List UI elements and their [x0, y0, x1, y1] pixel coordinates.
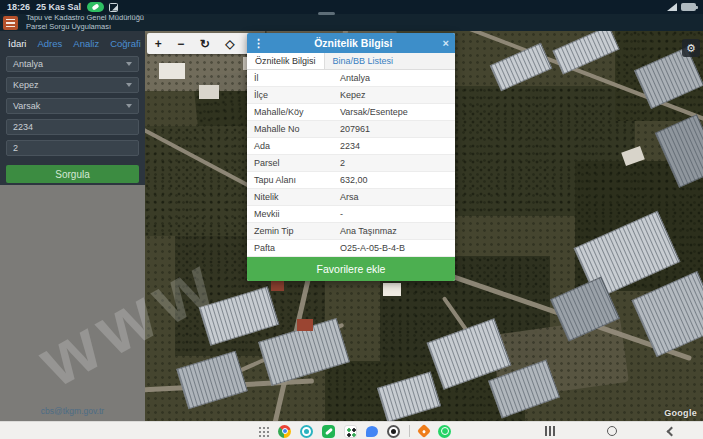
map-red-roof-building [297, 319, 313, 331]
battery-icon [681, 3, 696, 11]
screen: 18:26 25 Kas Sal Tapu ve Kadastro Genel … [0, 0, 703, 439]
divider [409, 425, 410, 437]
camera-icon[interactable] [387, 425, 400, 438]
attribute-label: Pafta [254, 243, 340, 253]
phone-icon[interactable] [322, 425, 335, 438]
diamond-app-icon[interactable] [417, 424, 431, 438]
recents-button[interactable] [545, 426, 555, 436]
dialog-header: ⋮ Öznitelik Bilgisi × [247, 33, 455, 53]
attribute-value: Arsa [340, 192, 448, 202]
browser-icon[interactable] [300, 425, 313, 438]
app-header: Tapu ve Kadastro Genel Müdürlüğü Parsel … [0, 14, 703, 31]
contact-email-link[interactable]: cbs@tkgm.gov.tr [0, 406, 145, 416]
query-form: İdariAdresAnalizCoğrafi Antalya Kepez Va… [0, 31, 145, 185]
add-to-favorites-button[interactable]: Favorilere ekle [247, 257, 455, 281]
attribute-value: Ana Taşınmaz [340, 226, 448, 236]
notch-indicator [318, 12, 335, 15]
chevron-down-icon [126, 104, 132, 108]
table-row: Mahalle No 207961 [247, 121, 455, 138]
attribute-value: 2 [340, 158, 448, 168]
chevron-down-icon [126, 62, 132, 66]
tab-analiz[interactable]: Analiz [73, 38, 99, 49]
attribute-label: Nitelik [254, 192, 340, 202]
map-orchard [445, 86, 635, 216]
chevron-down-icon [126, 83, 132, 87]
ada-input[interactable] [13, 122, 132, 132]
table-row: Zemin Tip Ana Taşınmaz [247, 223, 455, 240]
attribute-label: Mahalle No [254, 124, 340, 134]
map-greenhouse [176, 351, 248, 409]
menu-icon[interactable] [3, 16, 18, 30]
attribute-value: 207961 [340, 124, 448, 134]
google-watermark: Google [664, 408, 697, 418]
tab-idari[interactable]: İdari [8, 38, 26, 49]
wifi-icon [667, 3, 677, 11]
whatsapp-icon[interactable] [438, 425, 451, 438]
attribute-label: Tapu Alanı [254, 175, 340, 185]
neighborhood-value: Varsak [13, 101, 40, 111]
attribute-label: İl [254, 73, 340, 83]
status-bar: 18:26 25 Kas Sal [0, 0, 703, 14]
date: 25 Kas Sal [36, 2, 81, 12]
attribute-value: O25-A-05-B-4-B [340, 243, 448, 253]
table-row: Mahalle/Köy Varsak/Esentepe [247, 104, 455, 121]
clock: 18:26 [7, 2, 30, 12]
attribute-value: Kepez [340, 90, 448, 100]
table-row: Tapu Alanı 632,00 [247, 172, 455, 189]
chrome-icon[interactable] [278, 425, 291, 438]
neighborhood-select[interactable]: Varsak [6, 98, 139, 114]
home-button[interactable] [607, 426, 617, 436]
extent-icon[interactable]: ◇ [225, 38, 234, 50]
ada-field-wrap [6, 119, 139, 135]
android-nav [545, 422, 675, 439]
main-area: İdariAdresAnalizCoğrafi Antalya Kepez Va… [0, 31, 703, 421]
query-tabs: İdariAdresAnalizCoğrafi [6, 31, 139, 56]
table-row: Pafta O25-A-05-B-4-B [247, 240, 455, 257]
table-row: İl Antalya [247, 70, 455, 87]
table-row: Parsel 2 [247, 155, 455, 172]
map-greenhouse [655, 114, 703, 188]
attribute-label: İlçe [254, 90, 340, 100]
query-sidebar: İdariAdresAnalizCoğrafi Antalya Kepez Va… [0, 31, 145, 421]
zoom-out-icon[interactable]: − [177, 38, 184, 50]
status-right [667, 3, 696, 11]
status-left: 18:26 25 Kas Sal [7, 2, 118, 12]
province-select[interactable]: Antalya [6, 56, 139, 72]
map-greenhouse [377, 372, 441, 421]
table-row: Mevkii - [247, 206, 455, 223]
messages-icon[interactable] [366, 426, 378, 437]
app-title: Tapu ve Kadastro Genel Müdürlüğü Parsel … [26, 14, 144, 31]
parsel-field-wrap [6, 140, 139, 156]
map-greenhouse [199, 286, 280, 345]
dialog-tab-bina-bb[interactable]: Bina/BB Listesi [325, 53, 402, 69]
tab-cografi[interactable]: Coğrafi [110, 38, 141, 49]
taskbar-apps [258, 422, 451, 439]
app-grid-icon[interactable] [258, 426, 269, 437]
attribute-value: Antalya [340, 73, 448, 83]
map-building [199, 85, 219, 99]
province-value: Antalya [13, 59, 43, 69]
district-select[interactable]: Kepez [6, 77, 139, 93]
query-button[interactable]: Sorgula [6, 165, 139, 183]
attribute-value: 632,00 [340, 175, 448, 185]
settings-button[interactable]: ⚙ [682, 39, 700, 57]
refresh-icon[interactable]: ↻ [200, 38, 210, 50]
attribute-value: - [340, 209, 448, 219]
map-building [159, 63, 185, 79]
attribute-label: Zemin Tip [254, 226, 340, 236]
table-row: Ada 2234 [247, 138, 455, 155]
app-dots-icon[interactable] [344, 425, 357, 438]
zoom-in-icon[interactable]: + [155, 38, 162, 50]
back-button[interactable] [667, 426, 677, 436]
close-icon[interactable]: × [443, 37, 449, 49]
attribute-value: Varsak/Esentepe [340, 107, 448, 117]
tab-adres[interactable]: Adres [37, 38, 62, 49]
attribute-value: 2234 [340, 141, 448, 151]
table-row: Nitelik Arsa [247, 189, 455, 206]
dialog-tab-oznitelik[interactable]: Öznitelik Bilgisi [247, 53, 325, 69]
parsel-input[interactable] [13, 143, 132, 153]
kebab-menu-icon[interactable]: ⋮ [253, 37, 264, 50]
attribute-label: Parsel [254, 158, 340, 168]
attribute-dialog: ⋮ Öznitelik Bilgisi × Öznitelik BilgisiB… [247, 33, 455, 281]
attribute-table: İl Antalya İlçe Kepez Mahalle/Köy Varsak… [247, 70, 455, 257]
